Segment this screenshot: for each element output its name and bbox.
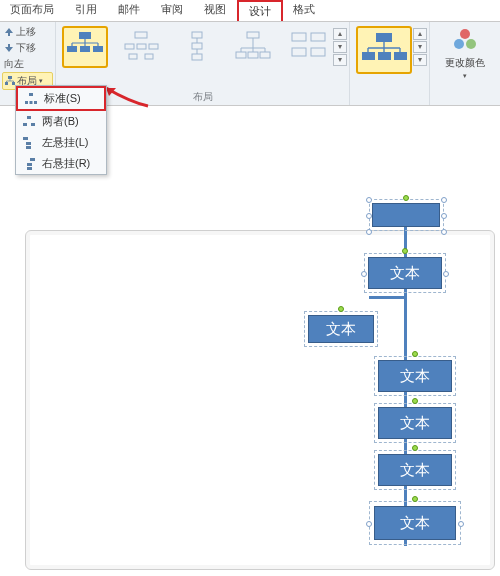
annotation-arrow-1: [100, 84, 150, 114]
svg-rect-34: [34, 101, 37, 104]
move-up[interactable]: 上移: [2, 24, 53, 40]
svg-rect-25: [362, 52, 375, 60]
svg-rect-36: [23, 123, 27, 126]
change-colors-label: 更改颜色: [445, 56, 485, 70]
tab-mailings[interactable]: 邮件: [108, 0, 151, 21]
svg-rect-37: [31, 123, 35, 126]
svg-rect-24: [376, 33, 392, 42]
svg-rect-20: [292, 33, 306, 41]
svg-rect-39: [26, 142, 31, 145]
svg-rect-22: [292, 48, 306, 56]
hierarchy-right-icon: [22, 157, 36, 171]
tab-design[interactable]: 设计: [237, 0, 283, 21]
svg-rect-4: [67, 46, 77, 52]
node-4[interactable]: 文本: [378, 360, 452, 392]
hierarchy-standard-icon: [24, 92, 38, 106]
chevron-down-icon: ▾: [463, 72, 467, 80]
menu-left-hanging[interactable]: 左悬挂(L): [16, 132, 106, 153]
style-scroll[interactable]: ▴ ▾ ▾: [413, 28, 427, 67]
style-gallery: ▴ ▾ ▾: [350, 22, 430, 105]
scroll-more-icon[interactable]: ▾: [413, 54, 427, 66]
gallery-item-4[interactable]: [230, 26, 276, 68]
gallery-item-1[interactable]: [62, 26, 108, 68]
svg-rect-42: [27, 163, 32, 166]
svg-rect-9: [137, 44, 146, 49]
menu-standard[interactable]: 标准(S): [16, 86, 106, 111]
svg-point-30: [466, 39, 476, 49]
svg-rect-38: [23, 137, 28, 140]
node-2[interactable]: 文本: [368, 257, 442, 289]
svg-rect-31: [29, 93, 33, 96]
node-6[interactable]: 文本: [378, 454, 452, 486]
svg-rect-7: [135, 32, 147, 38]
scroll-more-icon[interactable]: ▾: [333, 54, 347, 66]
gallery-scroll[interactable]: ▴ ▾ ▾: [333, 28, 347, 67]
ribbon-tabs: 页面布局 引用 邮件 审阅 视图 设计 格式: [0, 0, 500, 22]
gallery-item-5[interactable]: [286, 26, 332, 68]
scroll-down-icon[interactable]: ▾: [413, 41, 427, 53]
svg-rect-6: [93, 46, 103, 52]
tab-format[interactable]: 格式: [283, 0, 326, 21]
svg-rect-32: [25, 101, 28, 104]
change-colors[interactable]: 更改颜色 ▾: [430, 22, 500, 105]
svg-rect-35: [27, 116, 31, 119]
scroll-up-icon[interactable]: ▴: [413, 28, 427, 40]
gallery-item-2[interactable]: [118, 26, 164, 68]
svg-rect-14: [192, 43, 202, 49]
svg-point-29: [454, 39, 464, 49]
svg-rect-11: [129, 54, 137, 59]
hierarchy-left-icon: [22, 136, 36, 150]
svg-rect-41: [30, 158, 35, 161]
scroll-up-icon[interactable]: ▴: [333, 28, 347, 40]
menu-item-label: 左悬挂(L): [42, 135, 88, 150]
tab-page-layout[interactable]: 页面布局: [0, 0, 65, 21]
scroll-down-icon[interactable]: ▾: [333, 41, 347, 53]
svg-rect-27: [394, 52, 407, 60]
group-title: 布局: [193, 90, 213, 104]
menu-item-label: 两者(B): [42, 114, 79, 129]
svg-rect-26: [378, 52, 391, 60]
node-1[interactable]: [372, 203, 440, 227]
hierarchy-both-icon: [22, 115, 36, 129]
tab-review[interactable]: 审阅: [151, 0, 194, 21]
drawing-canvas[interactable]: 文本 文本 文本 文本 文本 文本: [25, 230, 495, 570]
move-down[interactable]: 下移: [2, 40, 53, 56]
svg-rect-21: [311, 33, 325, 41]
svg-rect-13: [192, 32, 202, 38]
tab-references[interactable]: 引用: [65, 0, 108, 21]
color-wheel-icon: [451, 26, 479, 54]
move-down-label: 下移: [16, 41, 36, 55]
node-3[interactable]: 文本: [308, 315, 374, 343]
svg-rect-10: [149, 44, 158, 49]
svg-rect-1: [5, 82, 8, 85]
smartart-diagram[interactable]: 文本 文本 文本 文本 文本 文本: [314, 201, 494, 571]
svg-rect-5: [80, 46, 90, 52]
move-up-label: 上移: [16, 25, 36, 39]
menu-right-hanging[interactable]: 右悬挂(R): [16, 153, 106, 174]
svg-rect-43: [27, 167, 32, 170]
svg-rect-33: [30, 101, 33, 104]
chevron-down-icon: ▾: [39, 77, 43, 85]
svg-rect-16: [247, 32, 259, 38]
svg-rect-3: [79, 32, 91, 39]
svg-rect-19: [260, 52, 270, 58]
node-5[interactable]: 文本: [378, 407, 452, 439]
layout-menu: 标准(S) 两者(B) 左悬挂(L) 右悬挂(R): [15, 85, 107, 175]
move-left[interactable]: 向左: [2, 56, 53, 72]
svg-rect-17: [236, 52, 246, 58]
svg-rect-12: [145, 54, 153, 59]
hierarchy-icon: [5, 76, 15, 86]
style-item-1[interactable]: [356, 26, 412, 74]
svg-rect-8: [125, 44, 134, 49]
menu-item-label: 标准(S): [44, 91, 81, 106]
menu-both[interactable]: 两者(B): [16, 111, 106, 132]
svg-rect-23: [311, 48, 325, 56]
svg-rect-18: [248, 52, 258, 58]
tab-view[interactable]: 视图: [194, 0, 237, 21]
svg-point-28: [460, 29, 470, 39]
arrow-up-icon: [4, 27, 14, 37]
gallery-item-3[interactable]: [174, 26, 220, 68]
node-7[interactable]: 文本: [374, 506, 456, 540]
svg-rect-15: [192, 54, 202, 60]
svg-rect-0: [8, 76, 12, 79]
